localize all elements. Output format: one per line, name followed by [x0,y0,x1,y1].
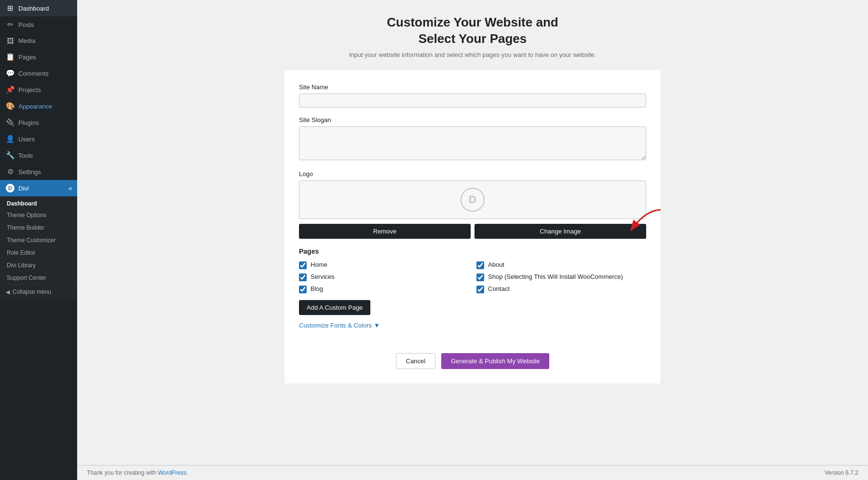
collapse-icon: ◀ [6,289,10,295]
divi-logo-icon: D [6,184,14,192]
sidebar-item-dashboard[interactable]: ⊞ Dashboard [0,0,77,16]
site-slogan-input[interactable] [299,126,646,160]
users-icon: 👤 [6,135,14,143]
sidebar-item-settings[interactable]: ⚙ Settings [0,164,77,180]
divi-theme-builder-item[interactable]: Theme Builder [0,221,77,234]
sidebar-item-projects[interactable]: 📌 Projects [0,82,77,98]
remove-logo-button[interactable]: Remove [299,224,471,239]
logo-area: D [299,180,646,219]
page-header: Customize Your Website and Select Your P… [87,14,858,58]
divi-support-center-item[interactable]: Support Center [0,272,77,284]
divi-dashboard-item[interactable]: Dashboard [0,196,77,209]
divi-role-editor-item[interactable]: Role Editor [0,247,77,259]
add-custom-page-button[interactable]: Add A Custom Page [299,300,370,315]
page-contact-item: Contact [476,285,646,293]
page-shop-checkbox[interactable] [476,274,484,281]
customize-fonts-link[interactable]: Customize Fonts & Colors ▼ [299,322,380,329]
logo-group: Logo D Remove Change Image [299,170,646,239]
appearance-icon: 🎨 [6,102,14,110]
form-card: Site Name Site Slogan Logo D Remove Chan… [285,70,661,384]
page-about-label: About [488,261,504,268]
chevron-down-icon: ▼ [374,322,380,329]
logo-buttons: Remove Change Image [299,224,646,239]
plugins-icon: 🔌 [6,118,14,127]
settings-icon: ⚙ [6,167,14,176]
generate-publish-button[interactable]: Generate & Publish My Website [441,353,549,369]
divi-collapse-arrow: ◀ [68,185,71,192]
sidebar-item-pages[interactable]: 📋 Pages [0,49,77,65]
logo-label: Logo [299,170,646,178]
page-home-label: Home [311,261,327,268]
page-services-label: Services [311,273,335,280]
sidebar-item-appearance[interactable]: 🎨 Appearance [0,98,77,114]
footer-bar: Thank you for creating with WordPress. V… [77,465,868,480]
projects-icon: 📌 [6,85,14,94]
sidebar-item-plugins[interactable]: 🔌 Plugins [0,114,77,131]
divi-library-item[interactable]: Divi Library [0,259,77,272]
customize-fonts-section: Customize Fonts & Colors ▼ [299,322,646,339]
site-slogan-group: Site Slogan [299,116,646,162]
dashboard-icon: ⊞ [6,4,14,13]
page-subtitle: Input your website information and selec… [87,51,858,58]
pages-label: Pages [299,247,646,255]
page-home-item: Home [299,261,469,269]
site-slogan-label: Site Slogan [299,116,646,123]
logo-placeholder-icon: D [461,188,485,212]
divi-theme-options-item[interactable]: Theme Options [0,209,77,221]
page-shop-item: Shop (Selecting This Will Install WooCom… [476,273,646,281]
sidebar-item-posts[interactable]: ✏ Posts [0,16,77,33]
divi-menu-header[interactable]: D Divi ◀ [0,180,77,196]
sidebar: ⊞ Dashboard ✏ Posts 🖼 Media 📋 Pages 💬 Co… [0,0,77,480]
main-content: Customize Your Website and Select Your P… [77,0,868,480]
media-icon: 🖼 [6,37,14,45]
divi-theme-customizer-item[interactable]: Theme Customizer [0,234,77,247]
page-shop-label: Shop (Selecting This Will Install WooCom… [488,273,623,280]
site-name-input[interactable] [299,94,646,108]
page-blog-label: Blog [311,285,323,292]
collapse-menu-item[interactable]: ◀ Collapse menu [0,284,77,299]
pages-section: Pages Home About Services Sh [299,247,646,322]
tools-icon: 🔧 [6,151,14,160]
page-title: Customize Your Website and Select Your P… [87,14,858,47]
page-blog-item: Blog [299,285,469,293]
cancel-button[interactable]: Cancel [396,353,435,369]
page-home-checkbox[interactable] [299,261,307,269]
page-about-item: About [476,261,646,269]
comments-icon: 💬 [6,69,14,78]
page-contact-checkbox[interactable] [476,286,484,293]
pages-icon: 📋 [6,53,14,61]
page-blog-checkbox[interactable] [299,286,307,293]
posts-icon: ✏ [6,20,14,29]
sidebar-item-comments[interactable]: 💬 Comments [0,65,77,82]
divi-submenu: Dashboard Theme Options Theme Builder Th… [0,196,77,299]
site-name-group: Site Name [299,83,646,108]
version-text: Version 6.7.2 [825,469,858,476]
page-services-item: Services [299,273,469,281]
wordpress-link[interactable]: WordPress [158,469,186,476]
footer-text: Thank you for creating with WordPress. [87,469,188,476]
sidebar-item-tools[interactable]: 🔧 Tools [0,147,77,164]
page-about-checkbox[interactable] [476,261,484,269]
site-name-label: Site Name [299,83,646,91]
change-image-button[interactable]: Change Image [475,224,646,239]
sidebar-item-users[interactable]: 👤 Users [0,131,77,147]
page-services-checkbox[interactable] [299,274,307,281]
form-footer: Cancel Generate & Publish My Website [299,348,646,369]
sidebar-item-media[interactable]: 🖼 Media [0,33,77,49]
page-contact-label: Contact [488,285,510,292]
pages-grid: Home About Services Shop (Selecting This… [299,261,646,293]
